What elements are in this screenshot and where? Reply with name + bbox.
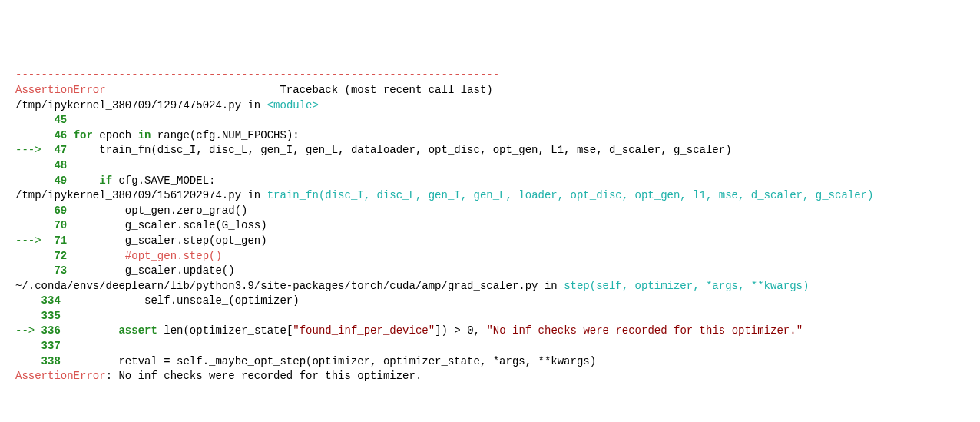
line-number: 71 <box>48 234 67 249</box>
line-number: 48 <box>48 158 67 174</box>
traceback-line: 45 <box>15 113 965 128</box>
line-number: 70 <box>48 218 67 234</box>
line-number: 337 <box>41 339 61 354</box>
traceback-line: ---> 47 train_fn(disc_I, disc_L, gen_I, … <box>15 143 965 158</box>
traceback-line: 334 self.unscale_(optimizer) <box>15 294 965 309</box>
frame-function: train_fn(disc_I, disc_L, gen_I, gen_L, l… <box>267 189 874 201</box>
dash-line: ----------------------------------------… <box>15 68 499 81</box>
final-error-message: : No inf checks were recorded for this o… <box>106 370 422 382</box>
traceback-line: /tmp/ipykernel_380709/1297475024.py in <… <box>15 98 965 114</box>
traceback-line: 72 #opt_gen.step() <box>15 249 965 264</box>
traceback-line: 73 g_scaler.update() <box>15 264 965 279</box>
traceback-line: AssertionError Traceback (most recent ca… <box>15 83 965 98</box>
frame-function: <module> <box>267 99 319 111</box>
traceback-output: ----------------------------------------… <box>15 68 965 384</box>
traceback-line: /tmp/ipykernel_380709/1561202974.py in t… <box>15 188 965 204</box>
traceback-line: ---> 71 g_scaler.step(opt_gen) <box>15 234 965 249</box>
line-number: 49 <box>48 174 67 189</box>
traceback-line: --> 336 assert len(optimizer_state["foun… <box>15 324 965 339</box>
traceback-line: AssertionError: No inf checks were recor… <box>15 369 965 384</box>
final-error-name: AssertionError <box>15 370 106 382</box>
current-line-arrow: --> <box>15 324 41 337</box>
current-line-arrow: ---> <box>15 144 48 156</box>
line-number: 335 <box>41 309 61 324</box>
traceback-line: 335 <box>15 309 965 324</box>
line-number: 338 <box>41 354 61 370</box>
traceback-line: 69 opt_gen.zero_grad() <box>15 204 965 219</box>
traceback-line: 46 for epoch in range(cfg.NUM_EPOCHS): <box>15 128 965 144</box>
line-number: 336 <box>41 324 61 339</box>
traceback-line: ~/.conda/envs/deeplearn/lib/python3.9/si… <box>15 279 965 294</box>
current-line-arrow: ---> <box>15 234 48 247</box>
line-number: 46 <box>48 128 67 144</box>
frame-path: /tmp/ipykernel_380709/1297475024.py <box>15 99 241 111</box>
traceback-label: Traceback (most recent call last) <box>280 84 492 96</box>
line-number: 69 <box>48 204 67 219</box>
line-number: 73 <box>48 264 67 279</box>
frame-path: ~/.conda/envs/deeplearn/lib/python3.9/si… <box>15 280 538 292</box>
frame-path: /tmp/ipykernel_380709/1561202974.py <box>15 189 241 201</box>
traceback-line: 338 retval = self._maybe_opt_step(optimi… <box>15 354 965 370</box>
line-number: 47 <box>48 143 67 158</box>
traceback-line: 49 if cfg.SAVE_MODEL: <box>15 174 965 189</box>
line-number: 45 <box>48 113 67 128</box>
frame-function: step(self, optimizer, *args, **kwargs) <box>564 280 809 292</box>
traceback-line: 70 g_scaler.scale(G_loss) <box>15 218 965 234</box>
line-number: 334 <box>41 294 61 309</box>
line-number: 72 <box>48 249 67 264</box>
traceback-line: 48 <box>15 158 965 174</box>
traceback-line: ----------------------------------------… <box>15 68 965 83</box>
error-name: AssertionError <box>15 84 106 96</box>
traceback-line: 337 <box>15 339 965 354</box>
